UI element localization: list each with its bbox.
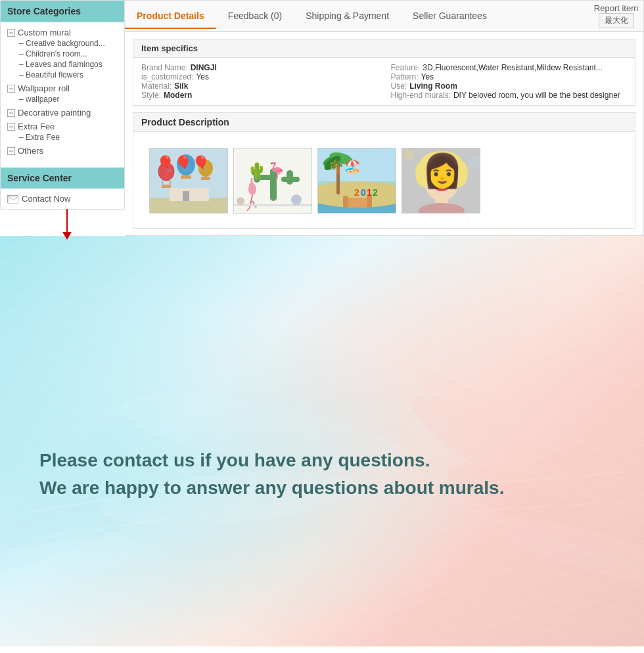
svg-rect-16: [259, 175, 277, 180]
svg-point-27: [291, 194, 302, 205]
product-image-2[interactable]: [233, 148, 312, 214]
svg-text:2: 2: [373, 187, 378, 198]
spec-use: Use: Living Room: [391, 81, 628, 91]
svg-point-53: [433, 174, 437, 178]
product-image-3[interactable]: 2 0 1 2: [317, 148, 396, 214]
svg-text:2: 2: [354, 187, 359, 198]
category-label-2: Wallpaper roll: [18, 83, 70, 93]
spec-right: Feature: 3D,Fluorescent,Water Resistant,…: [391, 63, 628, 100]
product-image-1[interactable]: [149, 148, 228, 214]
svg-rect-11: [201, 177, 210, 180]
bottom-text: Please contact us if you have any questi…: [39, 447, 605, 502]
minus-icon-2: [7, 85, 15, 93]
service-center-title: Service Center: [1, 168, 124, 189]
spec-customized-value: Yes: [196, 72, 209, 81]
svg-point-28: [237, 197, 244, 205]
svg-point-48: [421, 151, 463, 175]
item-specifics-box: Item specifics Brand Name: DINGJI is_cus…: [133, 39, 635, 106]
spec-pattern: Pattern: Yes: [391, 72, 628, 81]
item-specifics-title: Item specifics: [133, 39, 635, 58]
svg-rect-26: [234, 204, 312, 206]
spec-feature-value: 3D,Fluorescent,Water Resistant,Mildew Re…: [423, 63, 603, 72]
spec-style: Style: Modern: [141, 91, 378, 100]
svg-text:0: 0: [361, 187, 366, 198]
svg-point-24: [249, 182, 254, 189]
svg-rect-13: [183, 191, 189, 201]
svg-rect-17: [254, 168, 260, 183]
spec-left: Brand Name: DINGJI is_customized: Yes Ma…: [141, 63, 378, 100]
maximize-button[interactable]: 最大化: [599, 13, 634, 28]
spec-style-value: Modern: [164, 91, 192, 100]
svg-point-50: [452, 160, 468, 187]
sidebar-categories: Custom mural Creative background... Chil…: [1, 22, 124, 165]
sub-wallpaper[interactable]: wallpaper: [7, 95, 118, 104]
spec-feature-label: Feature:: [391, 63, 421, 72]
arrow-annotation: [62, 209, 72, 240]
spec-pattern-label: Pattern:: [391, 72, 419, 81]
spec-material: Material: Silk: [141, 81, 378, 91]
svg-rect-7: [162, 185, 171, 188]
spec-pattern-value: Yes: [421, 72, 434, 81]
spec-brand: Brand Name: DINGJI: [141, 63, 378, 72]
category-wallpaper-roll[interactable]: Wallpaper roll: [7, 83, 118, 93]
spec-material-value: Silk: [174, 81, 188, 91]
spec-brand-label: Brand Name:: [141, 63, 188, 72]
svg-point-45: [403, 150, 414, 160]
product-image-4[interactable]: [402, 148, 480, 214]
svg-rect-42: [343, 196, 348, 208]
category-group-custom-mural: Custom mural Creative background... Chil…: [7, 28, 118, 79]
main-content: Product Details Feedback (0) Shipping & …: [125, 0, 644, 236]
tab-shipping-payment[interactable]: Shipping & Payment: [294, 4, 401, 29]
svg-point-51: [430, 173, 440, 179]
minus-icon-4: [7, 123, 15, 131]
svg-rect-15: [270, 168, 277, 201]
category-others[interactable]: Others: [7, 146, 118, 156]
category-group-extra-fee: Extra Fee Extra Fee: [7, 122, 118, 142]
spec-feature: Feature: 3D,Fluorescent,Water Resistant,…: [391, 63, 628, 72]
tab-product-details[interactable]: Product Details: [125, 4, 216, 29]
category-label-5: Others: [18, 146, 43, 156]
spec-high-end: High-end murals: DIY beloved room, you w…: [391, 91, 628, 100]
category-group-others: Others: [7, 146, 118, 156]
svg-rect-30: [318, 148, 396, 181]
product-images-row: 2 0 1 2: [141, 143, 627, 221]
spec-high-end-label: High-end murals:: [391, 91, 451, 100]
sub-leaves-flamingos[interactable]: Leaves and flamingos: [7, 60, 118, 69]
spec-use-value: Living Room: [409, 81, 457, 91]
svg-rect-43: [367, 196, 372, 208]
minus-icon-5: [7, 147, 15, 155]
svg-rect-9: [181, 175, 191, 179]
tab-feedback[interactable]: Feedback (0): [216, 4, 294, 29]
category-group-decorative-painting: Decorative painting: [7, 108, 118, 118]
svg-rect-19: [287, 170, 293, 185]
svg-point-54: [446, 174, 450, 178]
category-decorative-painting[interactable]: Decorative painting: [7, 108, 118, 118]
category-custom-mural[interactable]: Custom mural: [7, 28, 118, 37]
svg-point-56: [432, 185, 435, 187]
spec-customized: is_customized: Yes: [141, 72, 378, 81]
tab-seller-guarantees[interactable]: Seller Guarantees: [401, 4, 499, 29]
sub-childrens-room[interactable]: Children's room...: [7, 49, 118, 58]
bottom-line2: We are happy to answer any questions abo…: [39, 478, 504, 498]
category-label: Custom mural: [18, 28, 71, 37]
spec-high-end-value: DIY beloved room, you will be the best d…: [453, 91, 620, 100]
category-label-4: Extra Fee: [18, 122, 55, 131]
bottom-section: Please contact us if you have any questi…: [0, 236, 644, 646]
minus-icon: [7, 29, 15, 37]
category-group-wallpaper-roll: Wallpaper roll wallpaper: [7, 83, 118, 104]
sub-beautiful-flowers[interactable]: Beautiful flowers: [7, 70, 118, 79]
arrow-tip: [62, 232, 72, 240]
svg-point-47: [423, 155, 460, 201]
tab-bar-right: Report item 最大化: [589, 1, 643, 31]
contact-now-button[interactable]: Contact Now: [1, 189, 124, 209]
svg-point-52: [444, 173, 453, 179]
sub-extra-fee[interactable]: Extra Fee: [7, 133, 118, 142]
product-description-box: Product Description: [133, 112, 635, 229]
report-item-link[interactable]: Report item: [594, 3, 638, 13]
svg-rect-33: [336, 162, 340, 194]
sub-creative-background[interactable]: Creative background...: [7, 39, 118, 48]
product-description-content: 2 0 1 2: [133, 132, 635, 228]
category-label-3: Decorative painting: [18, 108, 91, 118]
arrow-shaft: [66, 209, 68, 232]
category-extra-fee[interactable]: Extra Fee: [7, 122, 118, 131]
